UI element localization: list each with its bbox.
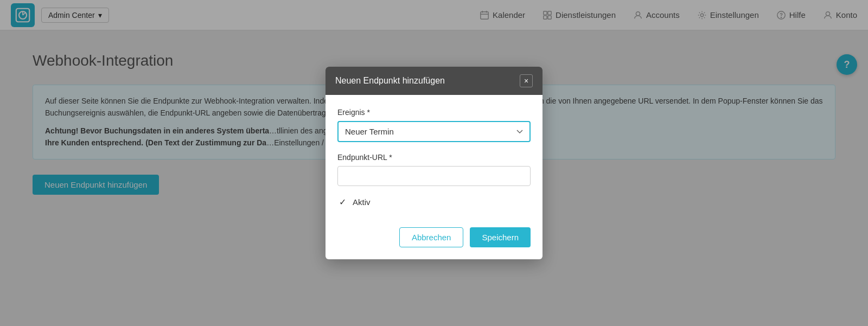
modal-header: Neuen Endpunkt hinzufügen ×	[326, 67, 542, 95]
ereignis-select[interactable]: Neuer Termin Termin abgesagt Termin geän…	[337, 121, 531, 142]
url-field-group: Endpunkt-URL *	[337, 153, 531, 186]
modal-dialog: Neuen Endpunkt hinzufügen × Ereignis * N…	[326, 67, 542, 259]
aktiv-label: Aktiv	[353, 197, 371, 207]
modal-close-button[interactable]: ×	[520, 74, 533, 87]
ereignis-label: Ereignis *	[337, 108, 531, 117]
aktiv-checkbox-row: ✓ Aktiv	[337, 197, 531, 207]
url-input[interactable]	[337, 166, 531, 186]
url-label: Endpunkt-URL *	[337, 153, 531, 162]
ereignis-field-group: Ereignis * Neuer Termin Termin abgesagt …	[337, 108, 531, 142]
modal-footer: Abbrechen Speichern	[326, 222, 542, 259]
modal-overlay: Neuen Endpunkt hinzufügen × Ereignis * N…	[0, 0, 868, 326]
cancel-button[interactable]: Abbrechen	[399, 227, 464, 247]
modal-title: Neuen Endpunkt hinzufügen	[335, 76, 445, 86]
save-button[interactable]: Speichern	[470, 227, 531, 247]
modal-body: Ereignis * Neuer Termin Termin abgesagt …	[326, 95, 542, 222]
aktiv-check-icon: ✓	[337, 197, 347, 207]
